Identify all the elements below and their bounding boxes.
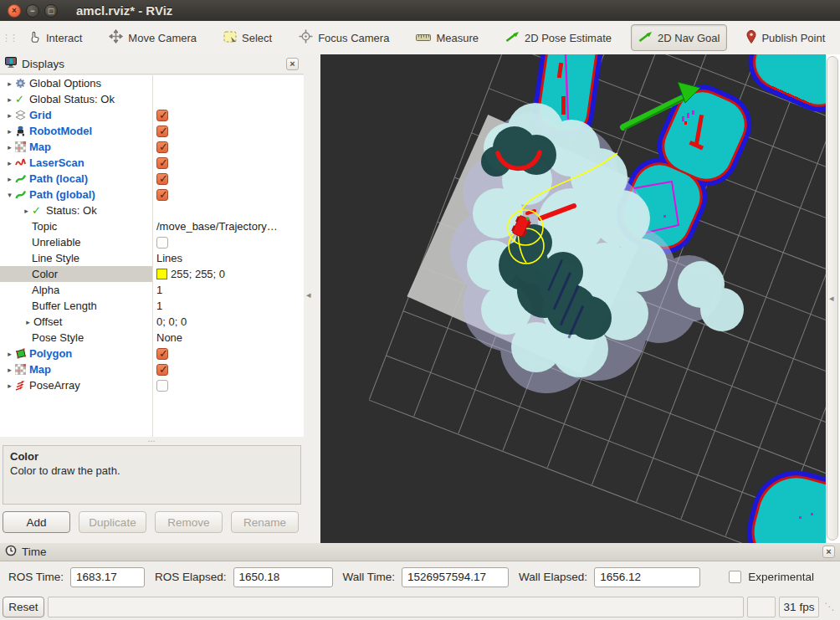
property-row-status[interactable]: ▸ ✓ Status: Ok [0, 202, 304, 218]
visibility-checkbox[interactable] [156, 348, 168, 360]
display-row-map2[interactable]: ▸ Map [0, 361, 304, 377]
property-row-unreliable[interactable]: Unreliable [0, 234, 304, 250]
tool-interact[interactable]: Interact [20, 24, 90, 52]
expander-icon[interactable]: ▸ [23, 318, 33, 326]
expander-icon[interactable]: ▸ [4, 95, 15, 104]
property-row-buffer-length[interactable]: Buffer Length 1 [0, 298, 304, 314]
add-button[interactable]: Add [3, 511, 70, 533]
color-swatch[interactable] [156, 269, 167, 279]
status-ok-check-icon: ✓ [32, 204, 46, 217]
window-resize-grip[interactable]: ⋱ [822, 601, 837, 612]
tool-2d-nav-goal[interactable]: 2D Nav Goal [631, 24, 727, 51]
tool-publish-point[interactable]: Publish Point [739, 24, 832, 52]
visibility-checkbox[interactable] [156, 157, 168, 169]
window-maximize-button[interactable]: ▢ [44, 4, 58, 18]
topic-value[interactable]: /move_base/Trajectory… [156, 220, 278, 233]
ros-time-input[interactable] [70, 567, 145, 587]
expander-icon[interactable]: ▸ [21, 207, 32, 215]
display-row-posearray[interactable]: ▸ PoseArray [0, 377, 304, 393]
property-row-alpha[interactable]: Alpha 1 [0, 282, 304, 298]
unreliable-checkbox[interactable] [156, 237, 168, 249]
expander-icon[interactable]: ▸ [4, 79, 15, 88]
visibility-checkbox[interactable] [156, 141, 168, 153]
display-row-path-global[interactable]: ▾ Path (global) [0, 187, 304, 202]
reset-button[interactable]: Reset [3, 597, 44, 617]
visibility-checkbox[interactable] [156, 380, 168, 392]
property-row-pose-style[interactable]: Pose Style None [0, 330, 304, 346]
visibility-checkbox[interactable] [156, 110, 168, 121]
fps-counter: 31 fps [779, 597, 819, 617]
ros-time-label: ROS Time: [8, 571, 64, 583]
expander-icon[interactable]: ▸ [4, 382, 15, 390]
toolbar-drag-handle[interactable]: ⋮⋮ [2, 33, 17, 44]
polygon-icon [15, 348, 29, 359]
offset-value[interactable]: 0; 0; 0 [156, 315, 187, 328]
tool-2d-pose-estimate[interactable]: 2D Pose Estimate [498, 24, 619, 51]
clock-icon [5, 545, 17, 559]
line-style-value[interactable]: Lines [156, 252, 182, 264]
status-secondary-area [747, 597, 776, 617]
panel-collapse-handle-right[interactable]: ◂ [827, 56, 838, 541]
duplicate-button: Duplicate [79, 511, 146, 533]
panel-collapse-handle-left[interactable]: ◂ [304, 54, 320, 543]
property-row-offset[interactable]: ▸ Offset 0; 0; 0 [0, 314, 304, 330]
panel-splitter-handle[interactable]: ⋯ [0, 438, 304, 444]
time-panel-header[interactable]: Time × [0, 543, 840, 561]
ros-elapsed-label: ROS Elapsed: [155, 571, 227, 583]
visibility-checkbox[interactable] [156, 173, 168, 185]
tool-select[interactable]: Select [216, 25, 279, 51]
3d-viewport[interactable] [320, 54, 826, 543]
displays-close-icon[interactable]: × [286, 58, 299, 70]
buffer-length-value[interactable]: 1 [156, 300, 162, 312]
property-row-topic[interactable]: Topic /move_base/Trajectory… [0, 218, 304, 234]
alpha-value[interactable]: 1 [156, 284, 162, 296]
experimental-checkbox[interactable] [729, 571, 741, 583]
displays-tree: ▸ Global Options ▸ ✓ Global Status: Ok ▸… [0, 75, 304, 437]
rename-button: Rename [231, 511, 299, 533]
expander-icon[interactable]: ▾ [4, 191, 15, 199]
laser-scan-icon [15, 157, 29, 168]
display-row-grid[interactable]: ▸ Grid [0, 107, 304, 123]
displays-panel-header[interactable]: Displays × [0, 54, 304, 74]
display-row-robotmodel[interactable]: ▸ RobotModel [0, 123, 304, 139]
color-value[interactable]: 255; 255; 0 [171, 268, 225, 280]
ros-elapsed-input[interactable] [233, 567, 333, 587]
pose-style-value[interactable]: None [156, 331, 182, 344]
tool-move-camera[interactable]: Move Camera [101, 23, 204, 52]
expander-icon[interactable]: ▸ [4, 127, 15, 136]
green-arrow-icon [638, 30, 653, 45]
visibility-checkbox[interactable] [156, 126, 168, 137]
property-row-color[interactable]: Color 255; 255; 0 [0, 266, 304, 282]
expander-icon[interactable]: ▸ [4, 350, 15, 358]
display-row-path-local[interactable]: ▸ Path (local) [0, 171, 304, 187]
display-row-polygon[interactable]: ▸ Polygon [0, 346, 304, 361]
map-pin-icon [746, 30, 756, 46]
wall-time-input[interactable] [402, 567, 509, 587]
display-row-map[interactable]: ▸ Map [0, 139, 304, 155]
expander-icon[interactable]: ▸ [4, 175, 15, 183]
collapse-right-icon[interactable]: ◂ [829, 293, 834, 304]
collapse-left-icon[interactable]: ◂ [306, 290, 311, 300]
display-row-global-options[interactable]: ▸ Global Options [0, 75, 304, 91]
toolbar: ⋮⋮ Interact Move Camera Select Focus Cam… [0, 21, 840, 54]
time-panel-close-icon[interactable]: × [822, 546, 835, 558]
wall-elapsed-input[interactable] [594, 567, 700, 587]
map-icon [15, 364, 29, 375]
time-panel-title: Time [22, 546, 47, 558]
expander-icon[interactable]: ▸ [4, 366, 15, 374]
visibility-checkbox[interactable] [156, 189, 168, 201]
displays-panel-title: Displays [22, 58, 64, 70]
ruler-icon [416, 32, 431, 44]
expander-icon[interactable]: ▸ [4, 159, 15, 167]
tool-focus-camera[interactable]: Focus Camera [291, 23, 397, 52]
display-row-laserscan[interactable]: ▸ LaserScan [0, 155, 304, 171]
expander-icon[interactable]: ▸ [4, 143, 15, 151]
expander-icon[interactable]: ▸ [4, 111, 15, 120]
status-ok-check-icon: ✓ [15, 93, 29, 105]
window-minimize-button[interactable]: − [26, 4, 39, 18]
property-row-line-style[interactable]: Line Style Lines [0, 250, 304, 266]
window-close-button[interactable]: × [8, 4, 21, 18]
tool-measure[interactable]: Measure [408, 26, 486, 50]
visibility-checkbox[interactable] [156, 364, 168, 376]
display-row-global-status[interactable]: ▸ ✓ Global Status: Ok [0, 91, 304, 107]
